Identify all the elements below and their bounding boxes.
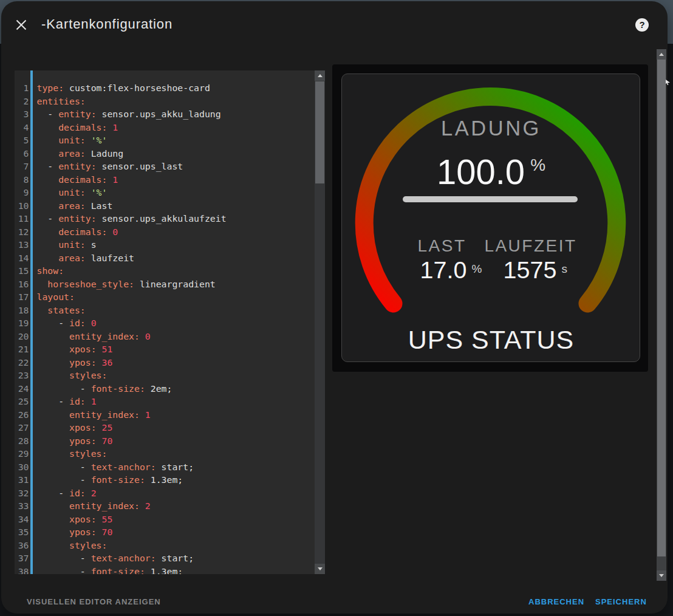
line-number: 6 [24,147,29,160]
code-line: show: [36,264,64,278]
code-line: xpos: 51 [36,343,112,356]
save-button[interactable]: SPEICHERN [595,597,647,607]
code-line: ypos: 36 [36,356,112,369]
card-title: UPS STATUS [342,327,641,353]
line-number: 4 [24,121,29,134]
yaml-code-editor[interactable]: 1234567891011121314151617181920212223242… [15,70,325,575]
code-line: - id: 1 [36,395,96,408]
line-number: 2 [24,95,29,108]
code-line: unit: '%' [36,186,107,199]
line-number: 19 [18,317,29,330]
gauge-col1-value-row: 17.0% [420,257,482,282]
line-number: 36 [18,539,29,552]
gauge-progress-bar [403,196,578,203]
scroll-down-icon [318,567,323,570]
gauge-col1-value: 17.0 [420,256,467,282]
line-number: 23 [18,369,29,382]
code-line: horseshoe_style: lineargradient [36,278,215,291]
gauge-col2-value-row: 1575s [504,257,567,282]
show-visual-editor-button[interactable]: VISUELLEN EDITOR ANZEIGEN [27,597,161,607]
line-number: 35 [18,525,29,539]
code-line: ypos: 70 [36,525,112,539]
code-line: area: laufzeit [36,252,134,265]
code-line: area: Ladung [36,147,123,160]
line-number: 10 [18,199,29,213]
line-number: 33 [18,499,29,513]
line-number: 16 [18,278,29,291]
code-line: states: [36,304,85,317]
gauge-main-value: 100.0 [437,151,525,191]
editor-code-area[interactable]: type: custom:flex-horseshoe-cardentities… [33,70,315,575]
code-line: decimals: 1 [36,173,118,187]
editor-scrollbar-up-button[interactable] [315,70,325,81]
mouse-cursor [666,77,670,87]
editor-scrollbar[interactable] [315,70,325,575]
gauge-top-label: LADUNG [342,118,641,139]
gauge-col1-unit: % [471,262,482,275]
card-preview-panel: LADUNG 100.0% LAST LAUFZEIT 17.0% 1575s … [332,64,648,372]
editor-scrollbar-thumb[interactable] [315,81,324,183]
code-line: - font-size: 2em; [36,382,172,395]
code-line: unit: '%' [36,134,107,147]
line-number: 25 [18,395,29,408]
code-line: styles: [36,539,107,552]
code-line: entities: [36,95,85,108]
scroll-up-icon [318,74,323,77]
scroll-down-icon [659,574,664,577]
card-configuration-dialog: -Kartenkonfiguration ? 12345678910111213… [1,1,668,614]
cancel-button[interactable]: ABBRECHEN [528,597,584,607]
line-number: 18 [18,304,29,317]
line-number: 11 [18,212,29,225]
code-line: ypos: 70 [36,434,112,448]
code-line: - id: 2 [36,487,96,500]
code-line: unit: s [36,238,96,252]
line-number: 29 [18,447,29,460]
line-number: 14 [18,252,29,265]
dialog-scrollbar-thumb[interactable] [657,60,666,556]
code-line: - font-size: 1.3em; [36,565,183,575]
code-line: - entity: sensor.ups_akku_ladung [36,108,220,121]
line-number: 31 [18,473,29,487]
code-line: styles: [36,369,107,382]
gauge-col2-value: 1575 [504,256,557,282]
line-number: 5 [24,134,29,147]
line-number: 30 [18,460,29,474]
editor-line-number-gutter: 1234567891011121314151617181920212223242… [15,70,31,575]
editor-scrollbar-down-button[interactable] [315,564,325,574]
line-number: 17 [18,290,29,304]
line-number: 8 [24,173,29,187]
code-line: type: custom:flex-horseshoe-card [36,81,210,95]
code-line: entity_index: 2 [36,499,150,513]
code-line: xpos: 55 [36,513,112,526]
dialog-scrollbar-down-button[interactable] [657,570,666,581]
dialog-title: -Kartenkonfiguration [41,15,173,32]
gauge-main-unit: % [530,156,545,174]
line-number: 37 [18,552,29,565]
dialog-scrollbar[interactable] [657,49,666,581]
code-line: entity_index: 0 [36,330,150,343]
scroll-up-icon [659,53,664,56]
close-icon[interactable] [14,18,29,32]
line-number: 20 [18,330,29,343]
code-line: - id: 0 [36,317,96,330]
line-number: 34 [18,513,29,526]
line-number: 3 [24,108,29,121]
code-line: styles: [36,447,107,460]
line-number: 38 [18,565,29,575]
code-line: - text-anchor: start; [36,460,194,474]
code-line: - entity: sensor.ups_akkulaufzeit [36,212,226,225]
dialog-scrollbar-up-button[interactable] [657,49,666,60]
code-line: area: Last [36,199,112,213]
line-number: 26 [18,408,29,422]
horseshoe-card-preview[interactable]: LADUNG 100.0% LAST LAUFZEIT 17.0% 1575s … [341,74,640,362]
line-number: 32 [18,487,29,500]
code-line: - text-anchor: start; [36,552,194,565]
gauge-col2-label: LAUFZEIT [476,238,586,255]
code-line: - entity: sensor.ups_last [36,160,183,173]
line-number: 27 [18,421,29,434]
code-line: entity_index: 1 [36,408,150,422]
line-number: 15 [18,264,29,278]
help-icon[interactable]: ? [635,18,649,32]
line-number: 1 [24,81,29,95]
line-number: 28 [18,434,29,448]
